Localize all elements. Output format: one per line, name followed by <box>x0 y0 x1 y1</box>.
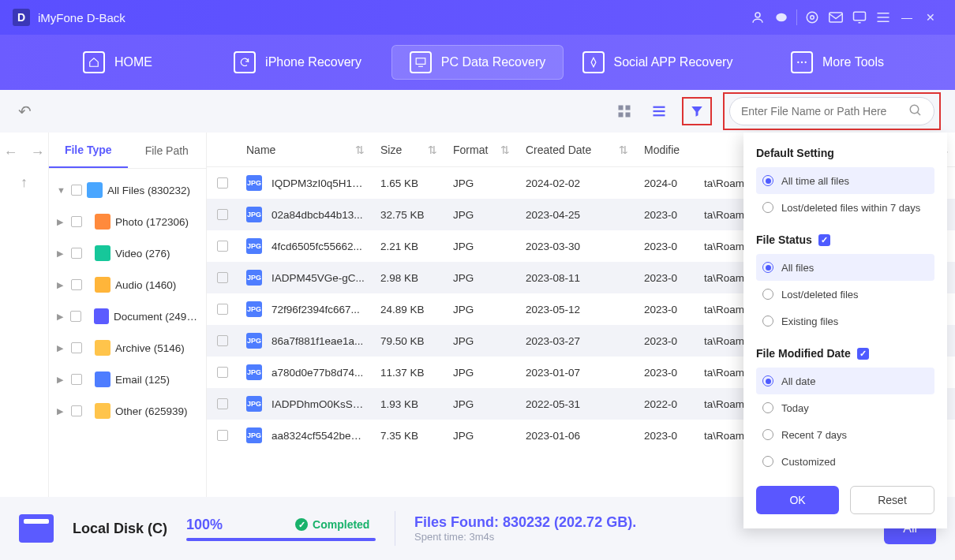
row-checkbox[interactable] <box>217 272 228 283</box>
checkbox[interactable] <box>70 311 81 322</box>
filter-status-lost[interactable]: Lost/deleted files <box>756 281 934 308</box>
menu-icon[interactable] <box>871 6 895 29</box>
file-name: aa8324cf5542bea... <box>272 430 365 442</box>
nav-iphone-recovery[interactable]: iPhone Recovery <box>212 45 384 80</box>
checkbox[interactable] <box>71 185 82 196</box>
file-size: 11.37 KB <box>373 367 445 379</box>
title-bar: D iMyFone D-Back — ✕ <box>0 0 955 35</box>
row-checkbox[interactable] <box>217 398 228 409</box>
file-created: 2024-02-02 <box>518 177 636 189</box>
checkbox[interactable] <box>71 374 82 385</box>
mail-icon[interactable] <box>824 6 848 29</box>
undo-button[interactable]: ↶ <box>14 101 35 121</box>
tree-item-label: Photo (172306) <box>115 216 189 228</box>
main-nav: HOME iPhone Recovery PC Data Recovery So… <box>0 35 955 90</box>
checkbox[interactable] <box>71 248 82 259</box>
tab-file-path[interactable]: File Path <box>128 133 207 168</box>
row-checkbox[interactable] <box>217 430 228 441</box>
file-name: 72f96f2394fc667... <box>272 304 360 315</box>
row-checkbox[interactable] <box>217 335 228 346</box>
tab-file-type[interactable]: File Type <box>49 133 128 168</box>
jpg-icon: JPG <box>246 333 262 349</box>
file-format: JPG <box>445 335 518 347</box>
checkbox[interactable] <box>71 405 82 416</box>
file-modified: 2023-0 <box>636 241 696 252</box>
tree-item[interactable]: ▶Photo (172306) <box>54 207 201 237</box>
row-checkbox[interactable] <box>217 241 228 252</box>
filter-mod-recent7[interactable]: Recent 7 days <box>756 421 934 448</box>
up-button[interactable]: ↑ <box>13 170 36 194</box>
filter-ok-button[interactable]: OK <box>756 486 839 514</box>
spent-time: Spent time: 3m4s <box>414 531 636 543</box>
discord-icon[interactable] <box>770 6 793 29</box>
files-found: Files Found: 830232 (202.72 GB). <box>414 514 636 531</box>
account-icon[interactable] <box>746 6 770 29</box>
tree-item[interactable]: ▼All Files (830232) <box>54 175 201 205</box>
col-name[interactable]: Name⇅ <box>238 144 373 156</box>
nav-home[interactable]: HOME <box>32 45 204 80</box>
search-box[interactable] <box>729 97 934 125</box>
checkbox[interactable] <box>71 216 82 227</box>
file-created: 2023-03-30 <box>518 241 636 252</box>
tree-item-label: Email (125) <box>115 374 170 386</box>
tree-item[interactable]: ▶Audio (1460) <box>54 270 201 300</box>
disk-name: Local Disk (C) <box>73 521 167 537</box>
search-input[interactable] <box>741 105 908 118</box>
checkbox[interactable] <box>71 279 82 290</box>
search-icon[interactable] <box>908 103 923 120</box>
svg-rect-15 <box>626 106 631 110</box>
tree-item[interactable]: ▶Archive (5146) <box>54 333 201 363</box>
tree-item[interactable]: ▶Email (125) <box>54 364 201 394</box>
jpg-icon: JPG <box>246 396 262 412</box>
checkbox[interactable] <box>71 342 82 353</box>
filter-mod-all[interactable]: All date <box>756 368 934 394</box>
row-checkbox[interactable] <box>217 209 228 220</box>
tree-item[interactable]: ▶Video (276) <box>54 238 201 268</box>
file-created: 2023-08-11 <box>518 272 636 284</box>
filter-button[interactable] <box>685 99 709 123</box>
nav-social-recovery[interactable]: Social APP Recovery <box>571 45 743 80</box>
filter-status-existing[interactable]: Existing files <box>756 308 934 334</box>
close-button[interactable]: ✕ <box>919 6 942 29</box>
filter-default-lost7[interactable]: Lost/deleted files within 7 days <box>756 194 934 221</box>
caret-icon: ▶ <box>57 280 66 290</box>
tree-item[interactable]: ▶Other (625939) <box>54 396 201 426</box>
file-created: 2023-05-12 <box>518 304 636 315</box>
caret-icon: ▶ <box>57 312 66 322</box>
jpg-icon: JPG <box>246 364 262 380</box>
jpg-icon: JPG <box>246 270 262 286</box>
row-checkbox[interactable] <box>217 367 228 378</box>
grid-view-button[interactable] <box>612 99 636 123</box>
svg-rect-14 <box>619 106 624 110</box>
forward-button[interactable]: → <box>26 140 50 164</box>
feedback-icon[interactable] <box>848 6 871 29</box>
list-view-button[interactable] <box>647 99 671 123</box>
refresh-icon <box>234 51 256 73</box>
tree-item[interactable]: ▶Document (24980) <box>54 301 201 331</box>
filter-reset-button[interactable]: Reset <box>850 486 934 514</box>
back-button[interactable]: ← <box>0 140 23 164</box>
file-size: 2.98 KB <box>373 272 445 284</box>
nav-pc-recovery[interactable]: PC Data Recovery <box>391 45 564 80</box>
file-type-tree: ▼All Files (830232)▶Photo (172306)▶Video… <box>49 169 206 432</box>
radio-icon <box>762 262 773 273</box>
filter-default-alltime[interactable]: All time all files <box>756 167 934 194</box>
filter-mod-custom[interactable]: Customized <box>756 448 934 475</box>
svg-rect-5 <box>854 12 866 21</box>
row-checkbox[interactable] <box>217 177 228 189</box>
svg-point-21 <box>910 105 919 114</box>
minimize-button[interactable]: — <box>895 6 919 29</box>
col-size[interactable]: Size⇅ <box>373 144 445 156</box>
row-checkbox[interactable] <box>217 304 228 315</box>
col-format[interactable]: Format⇅ <box>445 144 518 156</box>
col-created[interactable]: Created Date⇅ <box>518 144 636 156</box>
file-modified: 2023-0 <box>636 272 696 284</box>
nav-more-tools[interactable]: More Tools <box>751 45 923 80</box>
settings-icon[interactable] <box>800 6 824 29</box>
file-format: JPG <box>445 367 518 379</box>
filter-status-all[interactable]: All files <box>756 254 934 281</box>
col-modified[interactable]: Modifie <box>636 144 696 156</box>
file-format: JPG <box>445 272 518 284</box>
filter-mod-today[interactable]: Today <box>756 394 934 421</box>
file-size: 32.75 KB <box>373 209 445 221</box>
